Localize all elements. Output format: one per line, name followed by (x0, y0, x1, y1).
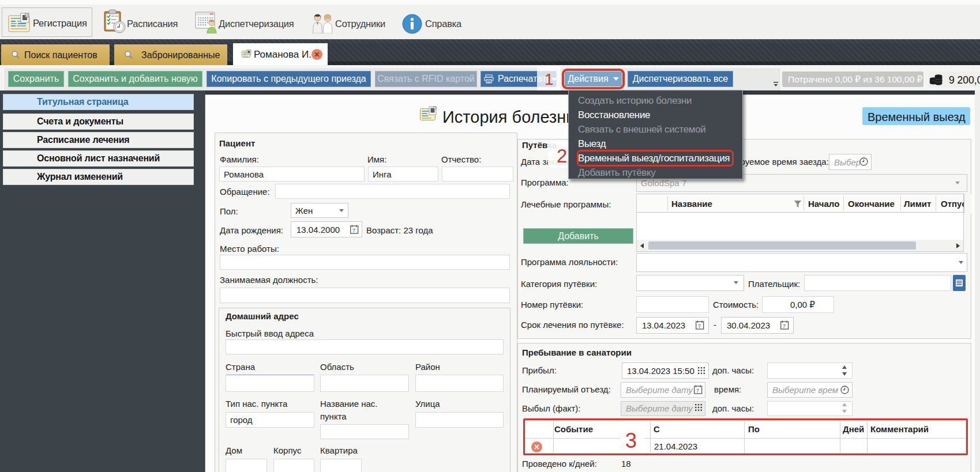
svg-text:7: 7 (352, 228, 355, 233)
svg-text:7: 7 (698, 323, 701, 329)
svg-text:7: 7 (783, 323, 786, 329)
svg-text:7: 7 (696, 388, 699, 394)
